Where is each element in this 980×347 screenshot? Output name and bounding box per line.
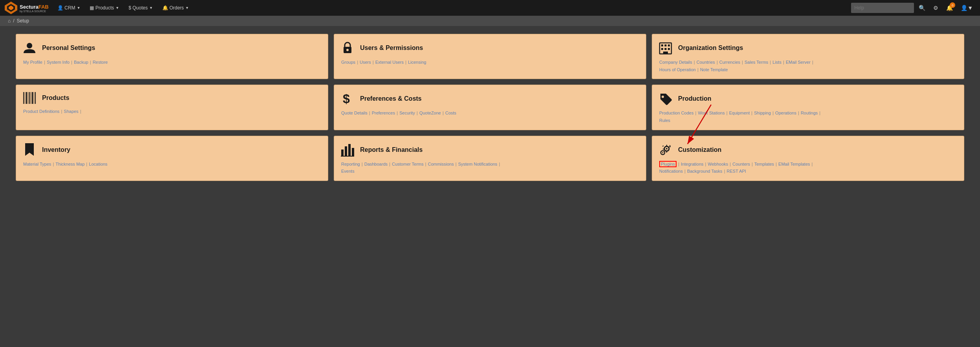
svg-rect-22 — [35, 92, 36, 104]
svg-point-33 — [662, 152, 664, 153]
svg-rect-11 — [665, 48, 667, 50]
link-thickness-map[interactable]: Thickness Map — [55, 162, 85, 166]
card-inventory-header: Inventory — [22, 143, 322, 157]
link-lists[interactable]: Lists — [772, 60, 781, 65]
notification-badge: 0 — [950, 2, 955, 8]
link-webhooks[interactable]: Webhooks — [708, 162, 728, 166]
link-commissions[interactable]: Commissions — [428, 162, 454, 166]
svg-rect-38 — [669, 146, 671, 147]
breadcrumb: ⌂ / Setup — [0, 16, 980, 26]
user-icon: 👤 — [961, 5, 967, 11]
dollar-icon: $ — [129, 5, 131, 11]
link-shapes[interactable]: Shapes — [64, 109, 78, 114]
home-link[interactable]: ⌂ — [8, 18, 11, 24]
card-products-links: Product Definitions | Shapes | — [22, 108, 322, 115]
link-templates[interactable]: Templates — [754, 162, 774, 166]
link-operations[interactable]: Operations — [775, 111, 796, 115]
link-system-info[interactable]: System Info — [47, 60, 70, 65]
search-button[interactable]: 🔍 — [916, 0, 929, 16]
link-countries[interactable]: Countries — [697, 60, 715, 65]
svg-rect-18 — [29, 92, 30, 104]
link-restore[interactable]: Restore — [93, 60, 108, 65]
link-preferences[interactable]: Preferences — [372, 111, 395, 115]
svg-rect-8 — [665, 44, 667, 46]
notifications-button[interactable]: 🔔 0 — [943, 0, 956, 16]
link-system-notifications[interactable]: System Notifications — [458, 162, 497, 166]
nav-crm[interactable]: 👤 CRM ▼ — [53, 0, 85, 16]
link-product-definitions[interactable]: Product Definitions — [23, 109, 59, 114]
breadcrumb-current: Setup — [17, 18, 29, 24]
link-costs[interactable]: Costs — [445, 111, 456, 115]
svg-rect-7 — [661, 44, 663, 46]
svg-point-24 — [662, 96, 664, 98]
card-production-header: Production — [658, 92, 958, 105]
link-equipment[interactable]: Equipment — [729, 111, 750, 115]
link-dashboards[interactable]: Dashboards — [364, 162, 388, 166]
link-backup[interactable]: Backup — [74, 60, 88, 65]
link-note-template[interactable]: Note Template — [700, 67, 728, 72]
link-plugins[interactable]: Plugins — [661, 162, 675, 166]
link-email-templates[interactable]: EMail Templates — [778, 162, 810, 166]
link-quote-details[interactable]: Quote Details — [341, 111, 368, 115]
settings-button[interactable]: ⚙ — [930, 0, 941, 16]
link-customer-terms[interactable]: Customer Terms — [392, 162, 423, 166]
card-inventory-links: Material Types | Thickness Map | Locatio… — [22, 161, 322, 168]
search-input[interactable] — [851, 3, 914, 13]
link-groups[interactable]: Groups — [341, 60, 355, 65]
link-shipping[interactable]: Shipping — [754, 111, 771, 115]
card-production-title: Production — [678, 95, 711, 102]
setup-grid-wrapper: Personal Settings My Profile | System In… — [0, 26, 980, 189]
link-email-server[interactable]: EMail Server — [786, 60, 811, 65]
svg-rect-12 — [668, 48, 670, 50]
link-sales-terms[interactable]: Sales Terms — [745, 60, 768, 65]
user-menu-button[interactable]: 👤 ▼ — [958, 0, 976, 16]
brand-logo-link[interactable]: SecturaFAB by STELLA SOURCE — [4, 1, 49, 15]
svg-point-5 — [346, 49, 349, 51]
link-routings[interactable]: Routings — [801, 111, 818, 115]
link-quotezone[interactable]: QuoteZone — [419, 111, 441, 115]
card-preferences-costs: $ Preferences & Costs Quote Details | Pr… — [334, 85, 646, 130]
link-company-details[interactable]: Company Details — [659, 60, 692, 65]
link-users[interactable]: Users — [360, 60, 371, 65]
svg-rect-34 — [666, 145, 667, 146]
card-personal-settings-links: My Profile | System Info | Backup | Rest… — [22, 59, 322, 66]
svg-point-31 — [666, 148, 667, 150]
link-events[interactable]: Events — [341, 169, 355, 174]
nav-quotes[interactable]: $ Quotes ▼ — [124, 0, 158, 16]
breadcrumb-separator: / — [13, 18, 14, 24]
link-hours-of-operation[interactable]: Hours of Operation — [659, 67, 696, 72]
svg-rect-28 — [352, 148, 354, 156]
link-reporting[interactable]: Reporting — [341, 162, 360, 166]
card-inventory: Inventory Material Types | Thickness Map… — [16, 136, 328, 181]
link-background-tasks[interactable]: Background Tasks — [687, 169, 723, 174]
card-reports-financials-header: Reports & Financials — [340, 143, 640, 157]
svg-rect-21 — [34, 92, 34, 104]
svg-rect-29 — [341, 156, 354, 157]
brand-name: SecturaFAB — [20, 4, 49, 10]
link-currencies[interactable]: Currencies — [719, 60, 740, 65]
link-work-stations[interactable]: Work Stations — [698, 111, 724, 115]
card-production-links: Production Codes | Work Stations | Equip… — [658, 109, 958, 124]
link-integrations[interactable]: Integrations — [681, 162, 703, 166]
link-notifications[interactable]: Notifications — [659, 169, 683, 174]
link-my-profile[interactable]: My Profile — [23, 60, 42, 65]
svg-text:$: $ — [343, 92, 350, 105]
nav-products[interactable]: ▦ Products ▼ — [85, 0, 124, 16]
person-card-icon — [22, 41, 37, 55]
link-locations[interactable]: Locations — [89, 162, 107, 166]
link-production-codes[interactable]: Production Codes — [659, 111, 693, 115]
link-counters[interactable]: Counters — [732, 162, 750, 166]
svg-rect-37 — [669, 145, 671, 146]
nav-orders[interactable]: 🔔 Orders ▼ — [158, 0, 194, 16]
link-licensing[interactable]: Licensing — [408, 60, 426, 65]
card-customization: Customization Plugins | Integrations | W… — [652, 136, 964, 181]
building-card-icon — [658, 41, 673, 55]
link-rest-api[interactable]: REST API — [727, 169, 746, 174]
link-material-types[interactable]: Material Types — [23, 162, 51, 166]
card-reports-financials-title: Reports & Financials — [360, 146, 423, 153]
svg-rect-10 — [661, 48, 663, 50]
link-external-users[interactable]: External Users — [375, 60, 404, 65]
link-rules[interactable]: Rules — [659, 118, 670, 123]
svg-rect-39 — [663, 149, 664, 150]
link-security[interactable]: Security — [399, 111, 415, 115]
